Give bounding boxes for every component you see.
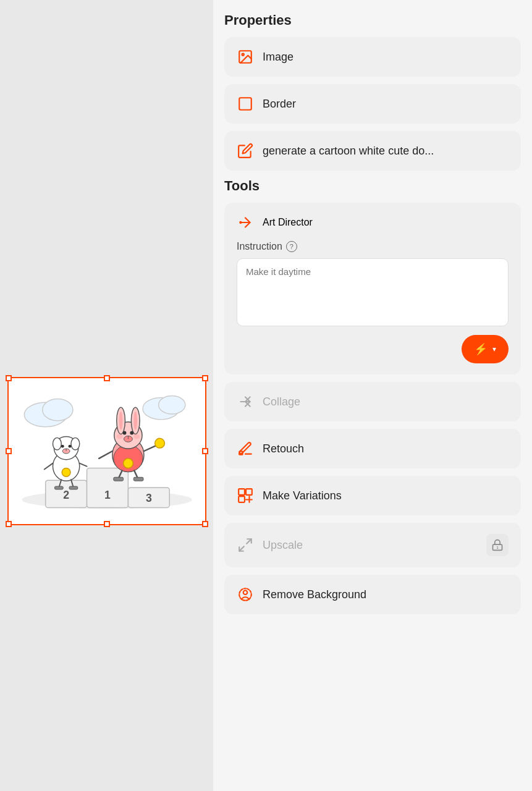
svg-point-49 [242,54,244,56]
svg-text:1: 1 [104,489,111,501]
properties-title: Properties [224,10,521,28]
instruction-label: Instruction ? [237,241,509,252]
svg-point-32 [119,412,123,430]
svg-point-43 [155,438,165,448]
collage-label: Collage [263,396,300,408]
instruction-textarea[interactable] [237,258,509,326]
svg-text:3: 3 [146,492,152,504]
svg-point-4 [159,396,185,415]
svg-point-34 [123,431,127,435]
border-icon [237,95,254,112]
pencil-icon [237,142,254,159]
chevron-icon: ▾ [492,345,496,353]
bolt-icon: ⚡ [474,342,488,356]
svg-point-20 [62,468,70,477]
lock-icon: 1 [491,539,504,551]
lock-container: 1 [486,534,509,556]
handle-tl[interactable] [6,375,12,381]
handle-bm[interactable] [104,521,110,527]
upscale-card[interactable]: Upscale 1 [224,523,521,567]
retouch-icon [237,440,254,457]
handle-mr[interactable] [202,448,208,454]
svg-point-39 [133,434,140,439]
lock-box: 1 [486,534,509,556]
svg-point-51 [239,221,242,224]
svg-point-33 [133,412,137,430]
svg-point-40 [124,459,133,468]
image-selection[interactable]: 2 1 3 [7,377,206,525]
remove-bg-icon [237,586,254,603]
art-director-icon [237,214,254,231]
image-label: Image [263,51,293,64]
svg-text:2: 2 [63,489,69,501]
image-icon [237,48,254,66]
cartoon-svg: 2 1 3 [9,378,205,524]
svg-line-57 [239,546,244,551]
svg-rect-46 [114,477,124,481]
run-btn-row: ⚡ ▾ [237,335,509,363]
handle-tr[interactable] [202,375,208,381]
svg-point-17 [69,445,72,448]
svg-rect-47 [133,477,143,481]
svg-point-38 [117,434,123,439]
handle-bl[interactable] [6,521,12,527]
tools-title: Tools [224,178,521,194]
border-card[interactable]: Border [224,84,521,124]
image-card[interactable]: Image [224,37,521,77]
collage-card[interactable]: Collage [224,382,521,421]
handle-br[interactable] [202,521,208,527]
svg-point-2 [43,399,73,420]
canvas-image: 2 1 3 [9,378,205,524]
border-label: Border [263,98,296,111]
prompt-card[interactable]: generate a cartoon white cute do... [224,131,521,171]
prompt-label: generate a cartoon white cute do... [263,145,434,158]
svg-point-61 [243,591,248,595]
svg-rect-53 [239,489,245,495]
svg-rect-25 [54,486,63,489]
svg-rect-26 [69,486,78,489]
help-icon[interactable]: ? [286,241,297,252]
retouch-card[interactable]: Retouch [224,429,521,468]
handle-tm[interactable] [104,375,110,381]
svg-rect-50 [239,98,251,110]
right-panel: Properties Image Border generate a [213,0,532,791]
canvas-area: 2 1 3 [0,0,213,791]
svg-point-16 [61,445,64,448]
svg-point-35 [130,431,133,435]
art-director-card: Art Director Instruction ? ⚡ ▾ [224,203,521,374]
svg-rect-8 [87,468,129,508]
collage-icon [237,393,254,410]
svg-rect-54 [246,489,252,495]
svg-text:1: 1 [496,546,499,549]
svg-line-56 [247,539,251,544]
svg-rect-55 [239,496,245,502]
make-variations-card[interactable]: Make Variations [224,476,521,515]
art-director-label: Art Director [263,217,313,228]
svg-point-14 [53,438,61,450]
variations-icon [237,487,254,504]
remove-background-label: Remove Background [263,588,366,601]
make-variations-label: Make Variations [263,489,342,502]
remove-background-card[interactable]: Remove Background [224,575,521,614]
svg-point-15 [71,438,80,450]
handle-ml[interactable] [6,448,12,454]
run-button[interactable]: ⚡ ▾ [462,335,509,363]
art-director-header: Art Director [237,214,509,231]
retouch-label: Retouch [263,442,304,455]
upscale-icon [237,536,254,554]
upscale-label: Upscale [263,539,303,552]
